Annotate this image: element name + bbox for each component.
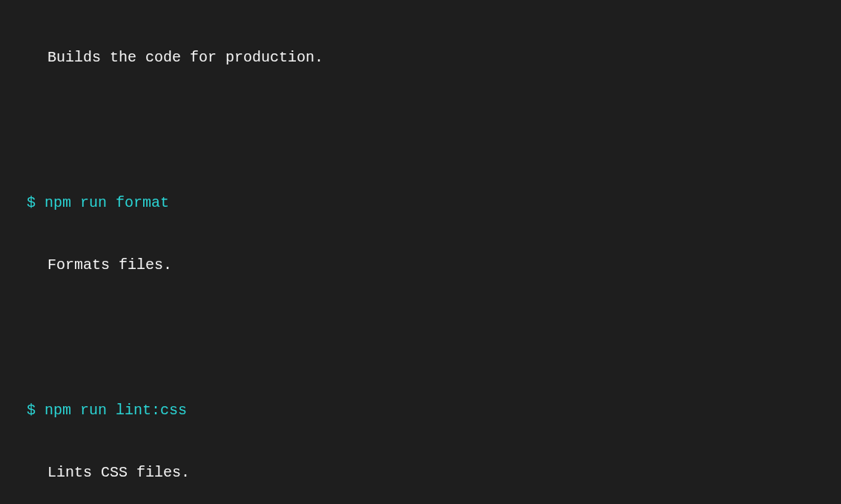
format-description: Formats files. bbox=[6, 255, 835, 276]
lint-css-command: npm run lint:css bbox=[44, 402, 187, 419]
lint-css-description: Lints CSS files. bbox=[6, 462, 835, 483]
prompt-symbol: $ bbox=[27, 402, 36, 419]
terminal-output: Builds the code for production. $ npm ru… bbox=[6, 6, 835, 504]
format-command: npm run format bbox=[44, 194, 169, 211]
blank-line bbox=[6, 317, 835, 338]
blank-line bbox=[6, 110, 835, 130]
build-description: Builds the code for production. bbox=[6, 47, 835, 68]
lint-css-command-line: $ npm run lint:css bbox=[6, 400, 835, 421]
format-command-line: $ npm run format bbox=[6, 193, 835, 213]
prompt-symbol: $ bbox=[27, 194, 36, 211]
